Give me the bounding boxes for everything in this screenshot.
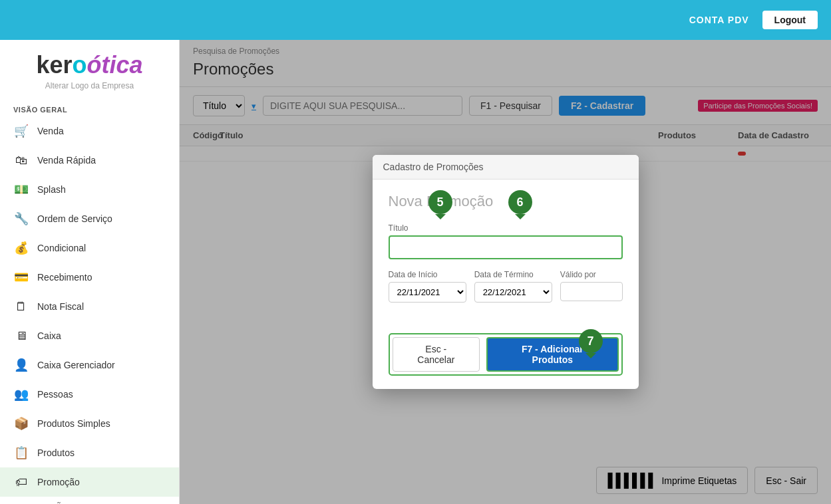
modal-overlay: Cadastro de Promoções Nova Promoção 5 6	[180, 40, 831, 504]
sidebar-item-pessoas[interactable]: 👥 Pessoas	[0, 380, 179, 409]
nota-fiscal-icon: 🗒	[13, 299, 29, 315]
data-inicio-select[interactable]: 22/11/2021	[389, 282, 466, 303]
data-termino-label: Data de Término	[474, 270, 552, 279]
logout-button[interactable]: Logout	[762, 11, 818, 29]
modal-title: Nova Promoção	[389, 193, 623, 210]
sidebar-item-splash[interactable]: 💵 Splash	[0, 175, 179, 204]
modal-cadastro: Cadastro de Promoções Nova Promoção 5 6	[373, 155, 639, 389]
form-row-dates: Data de Início 22/11/2021 Data de Términ…	[389, 270, 623, 303]
data-inicio-label: Data de Início	[389, 270, 466, 279]
sidebar-label-promocao: Promoção	[37, 477, 80, 487]
splash-icon: 💵	[13, 182, 29, 197]
sidebar-label-caixa: Caixa	[37, 330, 61, 341]
valido-por-label: Válido por	[560, 270, 623, 279]
sidebar-logo: keroótica Alterar Logo da Empresa	[0, 40, 179, 100]
form-col-inicio: Data de Início 22/11/2021	[389, 270, 466, 303]
sidebar-item-caixa-gerenciador[interactable]: 👤 Caixa Gerenciador	[0, 350, 179, 380]
sidebar-label-venda: Venda	[37, 126, 64, 136]
valido-por-input[interactable]	[560, 282, 623, 301]
caixa-gerenciador-icon: 👤	[13, 357, 29, 373]
sidebar-item-promocao[interactable]: 🏷 Promoção	[0, 467, 179, 497]
modal-body: Nova Promoção 5 6 Título	[373, 180, 639, 326]
mais-opcoes-button[interactable]: MAIS OPÇÕES ⌄	[0, 497, 179, 504]
form-group-titulo: 5 6 Título	[389, 223, 623, 259]
sidebar-item-condicional[interactable]: 💰 Condicional	[0, 233, 179, 263]
data-termino-select[interactable]: 22/12/2021	[474, 282, 552, 303]
sidebar-label-splash: Splash	[37, 184, 66, 195]
main-layout: keroótica Alterar Logo da Empresa VISÃO …	[0, 40, 831, 504]
sidebar-item-caixa[interactable]: 🖥 Caixa	[0, 321, 179, 350]
sidebar-label-ordem-servico: Ordem de Serviço	[37, 213, 112, 224]
sidebar-label-nota-fiscal: Nota Fiscal	[37, 301, 84, 312]
header-nav: CONTA PDV Logout	[689, 11, 818, 29]
header: CONTA PDV Logout	[0, 0, 831, 40]
step-6-badge: 6	[508, 190, 532, 214]
logo: keroótica	[36, 53, 142, 77]
venda-icon: 🛒	[13, 123, 29, 139]
sidebar-item-produtos[interactable]: 📋 Produtos	[0, 438, 179, 467]
recebimento-icon: 💳	[13, 269, 29, 285]
venda-rapida-icon: 🛍	[13, 152, 29, 168]
sidebar-label-venda-rapida: Venda Rápida	[37, 155, 96, 166]
step-7-badge: 7	[579, 329, 603, 353]
pessoas-icon: 👥	[13, 386, 29, 402]
modal-header: Cadastro de Promoções	[373, 155, 639, 180]
form-col-termino: Data de Término 22/12/2021	[474, 270, 552, 303]
step-5-badge: 5	[428, 190, 452, 214]
ordem-servico-icon: 🔧	[13, 211, 29, 227]
sidebar-item-ordem-servico[interactable]: 🔧 Ordem de Serviço	[0, 204, 179, 233]
sidebar-label-produtos-simples: Produtos Simples	[37, 418, 110, 429]
sidebar-item-recebimento[interactable]: 💳 Recebimento	[0, 263, 179, 292]
cancelar-button[interactable]: Esc - Cancelar	[393, 337, 480, 372]
sidebar-label-caixa-gerenciador: Caixa Gerenciador	[37, 360, 115, 370]
change-logo-link[interactable]: Alterar Logo da Empresa	[45, 81, 134, 90]
sidebar-item-produtos-simples[interactable]: 📦 Produtos Simples	[0, 409, 179, 438]
produtos-icon: 📋	[13, 445, 29, 461]
titulo-input[interactable]	[389, 235, 623, 259]
content-area: Pesquisa de Promoções Promoções Título ▾…	[180, 40, 831, 504]
caixa-icon: 🖥	[13, 328, 29, 344]
sidebar: keroótica Alterar Logo da Empresa VISÃO …	[0, 40, 180, 504]
promocao-icon: 🏷	[13, 474, 29, 490]
titulo-label: Título	[389, 223, 623, 233]
produtos-simples-icon: 📦	[13, 416, 29, 432]
conta-pdv-label: CONTA PDV	[689, 15, 749, 25]
sidebar-item-venda-rapida[interactable]: 🛍 Venda Rápida	[0, 146, 179, 175]
sidebar-label-condicional: Condicional	[37, 243, 86, 253]
condicional-icon: 💰	[13, 240, 29, 256]
sidebar-label-produtos: Produtos	[37, 447, 75, 458]
sidebar-item-nota-fiscal[interactable]: 🗒 Nota Fiscal	[0, 292, 179, 321]
sidebar-section-title: VISÃO GERAL	[0, 100, 179, 116]
sidebar-label-recebimento: Recebimento	[37, 272, 92, 283]
sidebar-label-pessoas: Pessoas	[37, 389, 73, 400]
form-col-valido: Válido por	[560, 270, 623, 303]
sidebar-item-venda[interactable]: 🛒 Venda	[0, 116, 179, 146]
